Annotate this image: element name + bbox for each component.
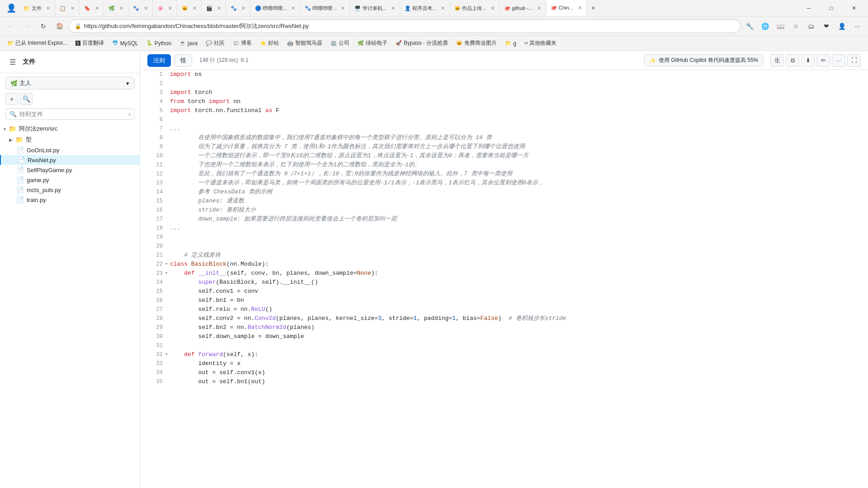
line-number: 31 [140, 341, 163, 350]
tab-5[interactable]: 🐾 ✕ [128, 0, 153, 16]
bm-mysql[interactable]: 🐬MySQL [108, 39, 142, 48]
bm-ie[interactable]: 📁已从 Internet Explor... [4, 38, 71, 48]
table-row: 21 # 定义残差块 [140, 251, 868, 260]
tab-8[interactable]: 🎬 ✕ [202, 0, 226, 16]
tree-file-rwsnet[interactable]: 📄 RwsNet.py [0, 155, 140, 165]
settings-button[interactable]: ··· [850, 19, 864, 33]
minimize-button[interactable]: ─ [798, 0, 819, 17]
collapse-btn-22[interactable]: ▾ [163, 260, 170, 269]
forward-button[interactable]: → [20, 19, 34, 33]
search-file-button[interactable]: 🔍 [20, 93, 33, 105]
branch-selector[interactable]: 🌿 主人 ▾ [5, 77, 134, 89]
reader-icon[interactable]: 📖 [773, 19, 788, 33]
tab-github-chin[interactable]: 🐙 Chin... ✕ [546, 0, 587, 16]
tab-3[interactable]: 🔖 ✕ [80, 0, 104, 16]
tab-programmer[interactable]: 👤 程序员考... ✕ [400, 0, 450, 16]
tab-bilibili-1[interactable]: 🔵 哔哩哔哩... ✕ [250, 0, 300, 16]
file-icon: 📄 [16, 176, 24, 183]
collapse-btn-23[interactable]: ▾ [163, 269, 170, 278]
line-code: 一个通道来表示，即如果是马类，则将一个局面类的所有马的位置使用-1/1表示，-1… [170, 178, 868, 188]
raw-button[interactable]: 生 [770, 54, 784, 67]
tree-subfolder-type[interactable]: ▶ 📁 型 [0, 134, 140, 145]
table-row: 5 import torch.nn.functional as F [140, 106, 868, 115]
copy-button[interactable]: ⧉ [786, 54, 799, 67]
bm-baidu[interactable]: 🅱百度翻译 [72, 38, 108, 48]
line-number: 27 [140, 305, 163, 314]
folder-icon: 📁 [9, 125, 16, 132]
collapse-btn-32[interactable]: ▾ [163, 350, 170, 359]
line-code [170, 341, 868, 350]
url-text: https://github.com/feimingabandon/Chinac… [84, 22, 309, 30]
copilot-banner[interactable]: ✨ 使用 GitHub Copilot 将代码速度提高 55% [644, 54, 763, 66]
tree-file-label: train.py [27, 197, 46, 203]
tab-github-1[interactable]: 🐙 github -... ✕ [500, 0, 546, 16]
close-button[interactable]: ✕ [844, 0, 864, 17]
edit-button[interactable]: ✏ [816, 54, 830, 67]
profile-button[interactable]: 👤 [835, 19, 849, 33]
extensions-icon[interactable]: 🔧 [742, 19, 757, 33]
tree-folder-root[interactable]: ▾ 📁 阿尔法zero/src [0, 123, 140, 134]
table-row: 7 ... [140, 124, 868, 133]
tab-bilibili-2[interactable]: 🐾 哔哩哔哩... ✕ [300, 0, 350, 16]
refresh-button[interactable]: ↻ [36, 19, 51, 33]
line-number: 32 [140, 350, 163, 359]
bm-company[interactable]: 🏢公司 [327, 38, 353, 48]
tab-works[interactable]: 🐱 作品上传... ✕ [450, 0, 500, 16]
translate-icon[interactable]: 🌐 [758, 19, 772, 33]
bm-java[interactable]: ☕java [176, 39, 201, 48]
tab-2[interactable]: 📋 ✕ [55, 0, 80, 16]
line-code: down_sample: 如果需要进行跨层连接则此变量值会上一个卷积层加叫一层 [170, 215, 868, 224]
more-options-button[interactable]: ··· [832, 54, 845, 67]
maximize-button[interactable]: □ [821, 0, 842, 17]
tree-file-train[interactable]: 📄 train.py [0, 195, 140, 205]
bm-community[interactable]: 💬社区 [202, 38, 228, 48]
collections-icon[interactable]: 🗂 [804, 19, 818, 33]
bm-python[interactable]: 🐍Python [143, 39, 175, 48]
line-code: 在使用中国象棋形成的数据集中，我们使用7通道对象棋中的每一个类型棋子进行分类、原… [170, 133, 868, 142]
tab-6[interactable]: 🌸 ✕ [153, 0, 177, 16]
bm-more[interactable]: ›› 其他收藏夹 [521, 38, 560, 48]
line-code [170, 242, 868, 251]
code-content[interactable]: 1 import os 2 3 import torch [140, 70, 868, 488]
table-row: 19 [140, 233, 868, 242]
bm-ai[interactable]: 🤖智能驾马器 [283, 38, 326, 48]
line-code: import os [170, 70, 868, 79]
bm-good[interactable]: ⭐好站 [256, 38, 283, 48]
address-bar[interactable]: 🔒 https://github.com/feimingabandon/Chin… [69, 19, 741, 33]
tab-9[interactable]: 🐾 ✕ [226, 0, 250, 16]
download-button[interactable]: ⬇ [801, 54, 815, 67]
add-file-button[interactable]: + [5, 93, 18, 105]
tab-7[interactable]: 🐱 ✕ [177, 0, 202, 16]
back-button[interactable]: ← [4, 19, 18, 33]
search-input[interactable] [19, 111, 126, 117]
tab-1[interactable]: 📁 文件 ✕ [19, 0, 55, 16]
table-row: 30 self.down_sample = down_sample [140, 332, 868, 341]
tree-file-goonlist[interactable]: 📄 GoOnList.py [0, 145, 140, 155]
tab-4[interactable]: 🌿 ✕ [104, 0, 128, 16]
tree-file-label: mcts_puls.py [27, 187, 61, 193]
line-number: 13 [140, 178, 163, 188]
favorites-icon[interactable]: ❤ [819, 19, 834, 33]
sidebar-toggle[interactable]: ☰ [5, 55, 20, 69]
tree-file-mcts[interactable]: 📄 mcts_puls.py [0, 185, 140, 195]
table-row: 4 from torch import nn [140, 97, 868, 106]
bm-blog[interactable]: 📰博客 [229, 38, 255, 48]
tree-file-game[interactable]: 📄 game.py [0, 175, 140, 185]
view-alt-button[interactable]: 怪 [175, 54, 192, 67]
new-tab-button[interactable]: + [587, 2, 599, 14]
tree-file-selfplay[interactable]: 📄 SelfPlayGame.py [0, 165, 140, 175]
toolbar-actions: 生 ⧉ ⬇ ✏ ··· ⛶ [770, 54, 861, 67]
line-code: self.relu = nn.ReLU() [170, 305, 868, 314]
view-normal-button[interactable]: 法则 [147, 54, 171, 67]
bm-images[interactable]: 🐱免费商业图片 [453, 38, 500, 48]
tab-cs[interactable]: 🖥️ 学计算机... ✕ [350, 0, 400, 16]
bookmarks-bar: 📁已从 Internet Explor... 🅱百度翻译 🐬MySQL 🐍Pyt… [0, 36, 868, 51]
bm-bypass[interactable]: 🚀Bypass - 分流抢票 [392, 38, 452, 48]
bm-silicon[interactable]: 🌿绿硅电子 [354, 38, 391, 48]
bm-g[interactable]: 📁g [501, 39, 520, 48]
fullscreen-button[interactable]: ⛶ [847, 54, 861, 67]
home-button[interactable]: 🏠 [52, 19, 67, 33]
bookmark-icon[interactable]: ☆ [788, 19, 803, 33]
file-search[interactable]: 🔍 t [5, 108, 134, 120]
table-row: 8 在使用中国象棋形成的数据集中，我们使用7通道对象棋中的每一个类型棋子进行分类… [140, 133, 868, 142]
